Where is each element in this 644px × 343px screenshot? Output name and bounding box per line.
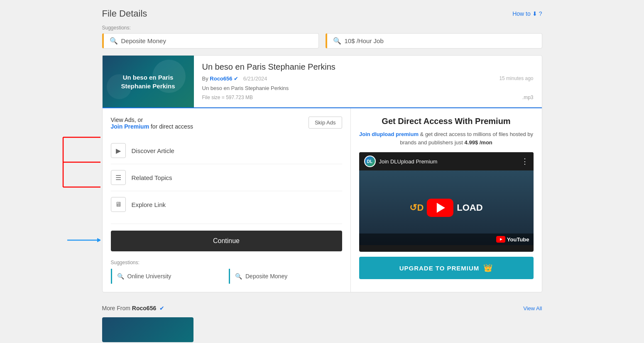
author-name[interactable]: Roco656 <box>210 75 232 82</box>
load-text: LOAD <box>457 202 482 213</box>
file-author-row: By Roco656 ✔ 6/21/2024 15 minutes ago <box>202 75 534 82</box>
suggestion-item-1[interactable]: 🔍 Deposite Money <box>102 33 319 49</box>
video-bottom-bar: YouTube <box>359 234 534 245</box>
skip-ads-button[interactable]: Skip Ads <box>309 117 342 129</box>
yt-icon <box>496 236 505 243</box>
suggestions-label-top: Suggestions: <box>102 25 542 31</box>
monitor-icon: 🖥 <box>111 197 126 212</box>
red-arrows-decoration <box>59 125 100 199</box>
file-description: Un beso en Paris Stephanie Perkins <box>202 85 534 91</box>
search-icon-3: 🔍 <box>117 273 124 280</box>
svg-marker-9 <box>97 238 100 242</box>
search-icon-4: 🔍 <box>235 273 242 280</box>
continue-button[interactable]: Continue <box>111 231 342 251</box>
file-title: Un beso en Paris Stephanie Perkins <box>202 62 534 72</box>
channel-icon: DL <box>364 156 376 167</box>
play-triangle <box>437 203 445 213</box>
bottom-section: View Ads, or Join Premium for direct acc… <box>103 107 542 292</box>
bottom-suggestion-1[interactable]: 🔍 Online University <box>111 269 224 284</box>
suggestion-item-2[interactable]: 🔍 10$ /Hour Job <box>326 33 542 49</box>
menu-item-explore-link[interactable]: 🖥 Explore Link <box>111 191 342 218</box>
bottom-card-preview <box>102 317 193 342</box>
menu-items-list: ▶ Discover Article ☰ Related Topics 🖥 Ex… <box>111 137 342 218</box>
search-icon-2: 🔍 <box>333 37 341 45</box>
price-text: 4.99$ /mon <box>465 139 492 146</box>
more-from-row: More From Roco656 ✔ View All <box>102 301 542 316</box>
video-top-bar: DL Join DLUpload Premium ⋮ <box>359 152 534 170</box>
page-title: File Details <box>102 8 147 19</box>
video-options-icon[interactable]: ⋮ <box>521 157 529 166</box>
right-panel-desc: Join dlupload premium & get direct acces… <box>359 130 534 146</box>
more-from-verified: ✔ <box>159 305 164 311</box>
video-title: Join DLUpload Premium <box>379 158 438 165</box>
right-panel: Get Direct Access With Premium Join dlup… <box>351 108 542 292</box>
suggestions-row-top: 🔍 Deposite Money 🔍 10$ /Hour Job <box>102 33 542 49</box>
suggestions-label-bottom: Suggestions: <box>111 260 342 265</box>
file-info-row: Un beso en Paris Stephanie Perkins Un be… <box>103 56 542 107</box>
video-container[interactable]: DL Join DLUpload Premium ⋮ ↺D LOAD <box>359 152 534 252</box>
right-panel-title: Get Direct Access With Premium <box>359 117 534 126</box>
file-thumbnail: Un beso en Paris Stephanie Perkins <box>103 56 194 107</box>
left-panel: View Ads, or Join Premium for direct acc… <box>103 108 351 292</box>
file-meta: Un beso en Paris Stephanie Perkins By Ro… <box>194 56 542 107</box>
thumbnail-text: Un beso en Paris Stephanie Perkins <box>111 73 186 90</box>
list-icon: ☰ <box>111 170 126 185</box>
view-ads-text: View Ads, or Join Premium for direct acc… <box>111 117 193 130</box>
view-ads-row: View Ads, or Join Premium for direct acc… <box>111 117 342 130</box>
file-size-row: File size = 597.723 MB .mp3 <box>202 95 534 100</box>
dl-left-icon: ↺D <box>409 202 424 213</box>
youtube-logo: YouTube <box>496 236 529 243</box>
verified-icon: ✔ <box>234 75 238 82</box>
more-from-text: More From Roco656 ✔ <box>102 305 165 311</box>
file-size: File size = 597.723 MB <box>202 95 253 100</box>
bottom-suggestion-2[interactable]: 🔍 Deposite Money <box>229 269 342 284</box>
search-icon-1: 🔍 <box>110 37 118 45</box>
video-main-area[interactable]: ↺D LOAD YouTube <box>359 170 534 245</box>
file-author: By Roco656 ✔ 6/21/2024 <box>202 75 267 82</box>
play-icon: ▶ <box>111 143 126 158</box>
menu-item-discover-article[interactable]: ▶ Discover Article <box>111 137 342 164</box>
bottom-card-row <box>102 317 542 342</box>
svg-marker-10 <box>500 238 502 241</box>
main-card: Un beso en Paris Stephanie Perkins Un be… <box>102 55 542 292</box>
view-all-link[interactable]: View All <box>523 305 542 311</box>
menu-item-related-topics[interactable]: ☰ Related Topics <box>111 164 342 191</box>
download-icon: ⬇ <box>532 10 537 17</box>
file-time: 15 minutes ago <box>499 75 533 81</box>
upgrade-button[interactable]: UPGRADE TO PREMIUM 👑 <box>359 257 534 279</box>
file-ext: .mp3 <box>522 95 534 100</box>
how-to-link[interactable]: How to ⬇ ? <box>512 10 542 17</box>
blue-arrow-decoration <box>67 234 100 246</box>
join-premium-link[interactable]: Join Premium <box>111 123 149 130</box>
crown-icon: 👑 <box>483 263 493 272</box>
page-header: File Details How to ⬇ ? <box>102 8 542 19</box>
bottom-suggestions-row: 🔍 Online University 🔍 Deposite Money <box>111 269 342 284</box>
join-dlupload-link[interactable]: Join dlupload premium <box>359 131 419 137</box>
youtube-play-button[interactable] <box>427 199 453 217</box>
